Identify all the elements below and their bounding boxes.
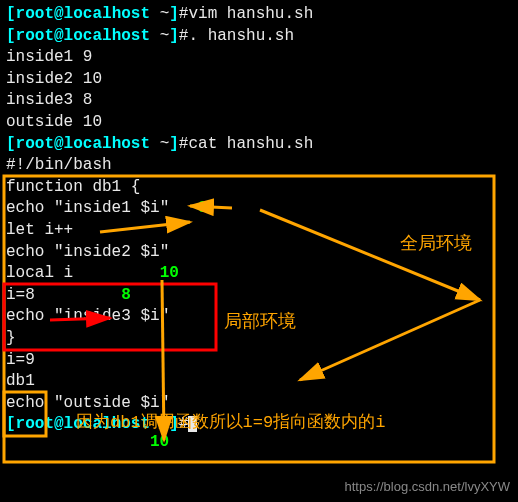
annotation-explain: 因为db1调用函数所以i=9指向函数内的i bbox=[76, 412, 385, 435]
script-db1call: db1 bbox=[6, 371, 512, 393]
script-shebang: #!/bin/bash bbox=[6, 155, 512, 177]
script-local: local i 10 bbox=[6, 263, 512, 285]
prompt-hash: # bbox=[179, 5, 189, 23]
annotation-10b: 10 bbox=[150, 432, 169, 454]
prompt-tilde: ~ bbox=[150, 5, 169, 23]
prompt-userhost: root@localhost bbox=[16, 5, 150, 23]
output-outside: outside 10 bbox=[6, 112, 512, 134]
terminal-output: [root@localhost ~]#vim hanshu.sh [root@l… bbox=[6, 4, 512, 436]
annotation-global: 全局环境 bbox=[400, 232, 472, 256]
prompt-line-3: [root@localhost ~]#cat hanshu.sh bbox=[6, 134, 512, 156]
annotation-9: 9 bbox=[198, 199, 208, 217]
script-echo1: echo "inside1 $i" 9 bbox=[6, 198, 512, 220]
cmd-vim: vim hanshu.sh bbox=[188, 5, 313, 23]
prompt-line-1: [root@localhost ~]#vim hanshu.sh bbox=[6, 4, 512, 26]
prompt-close: ] bbox=[169, 5, 179, 23]
annotation-10a: 10 bbox=[160, 264, 179, 282]
script-i9: i=9 bbox=[6, 350, 512, 372]
output-inside2: inside2 10 bbox=[6, 69, 512, 91]
prompt-open: [ bbox=[6, 5, 16, 23]
output-inside3: inside3 8 bbox=[6, 90, 512, 112]
watermark: https://blog.csdn.net/lvyXYW bbox=[345, 478, 510, 496]
prompt-line-2: [root@localhost ~]#. hanshu.sh bbox=[6, 26, 512, 48]
annotation-local: 局部环境 bbox=[224, 310, 296, 334]
script-i8: i=8 8 bbox=[6, 285, 512, 307]
cmd-source: . hanshu.sh bbox=[188, 27, 294, 45]
annotation-8: 8 bbox=[121, 286, 131, 304]
script-func-decl: function db1 { bbox=[6, 177, 512, 199]
output-inside1: inside1 9 bbox=[6, 47, 512, 69]
cmd-cat: cat hanshu.sh bbox=[188, 135, 313, 153]
